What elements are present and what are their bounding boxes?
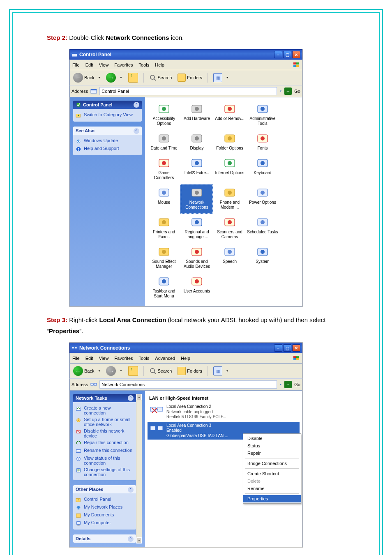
search-button[interactable]: Search	[148, 73, 174, 83]
control-panel-item[interactable]: Taskbar and Start Menu	[148, 273, 180, 303]
control-panel-item[interactable]: Phone and Modem ...	[213, 184, 246, 214]
control-panel-item[interactable]: Administrative Tools	[246, 101, 279, 130]
control-panel-item[interactable]: Scheduled Tasks	[246, 214, 279, 244]
up-folder-button[interactable]	[127, 71, 140, 84]
forward-button[interactable]: → ▼	[104, 71, 124, 84]
context-menu-item[interactable]: Repair	[243, 449, 301, 457]
back-button[interactable]: ← Back ▼	[71, 71, 102, 84]
menu-view[interactable]: View	[99, 62, 109, 67]
folders-button[interactable]: Folders	[176, 366, 204, 376]
menu-favorites[interactable]: Favorites	[114, 62, 133, 67]
control-panel-item[interactable]: Sounds and Audio Devices	[180, 244, 213, 273]
address-input[interactable]	[99, 380, 277, 389]
maximize-button[interactable]: ▢	[283, 344, 291, 352]
maximize-button[interactable]: ▢	[283, 51, 291, 58]
network-task-link[interactable]: Change settings of this connection	[76, 466, 134, 478]
menu-favorites[interactable]: Favorites	[114, 356, 133, 361]
other-place-link[interactable]: My Documents	[76, 511, 134, 519]
connection-item[interactable]: Local Area Connection 2 Network cable un…	[148, 403, 300, 421]
go-button-label[interactable]: Go	[294, 382, 300, 387]
go-button-icon[interactable]: →	[284, 381, 292, 388]
left-pane-scrollbar[interactable]: ▲ ▼	[136, 394, 142, 543]
context-menu-item[interactable]: Properties	[243, 495, 301, 502]
control-panel-item[interactable]: Keyboard	[246, 155, 279, 184]
control-panel-item[interactable]: Internet Options	[213, 155, 246, 184]
panel-head-control-panel[interactable]: Control Panel ⌃	[73, 101, 142, 109]
context-menu-item[interactable]: Rename	[243, 485, 301, 492]
control-panel-item[interactable]: Accessibility Options	[148, 101, 180, 130]
control-panel-item[interactable]: User Accounts	[180, 273, 213, 303]
collapse-icon[interactable]: ⌃	[134, 102, 139, 108]
menu-edit[interactable]: Edit	[85, 62, 93, 67]
control-panel-item[interactable]: Date and Time	[148, 130, 180, 155]
context-menu-item[interactable]: Create Shortcut	[243, 470, 301, 477]
network-task-link[interactable]: Disable this network device	[76, 428, 134, 439]
collapse-icon[interactable]: ⌃	[128, 487, 134, 493]
network-task-link[interactable]: Set up a home or small office network	[76, 416, 134, 428]
control-panel-item[interactable]: Add or Remov...	[213, 101, 246, 130]
network-task-link[interactable]: Create a new connection	[76, 405, 134, 416]
svg-rect-4	[293, 65, 296, 67]
close-button[interactable]: ✕	[292, 51, 300, 58]
control-panel-item[interactable]: Fonts	[246, 130, 279, 155]
menu-tools[interactable]: Tools	[139, 62, 150, 67]
control-panel-item[interactable]: Add Hardware	[180, 101, 213, 130]
go-button-icon[interactable]: →	[284, 88, 292, 95]
switch-category-view-link[interactable]: Switch to Category View	[76, 111, 139, 119]
minimize-button[interactable]: –	[274, 344, 282, 352]
control-panel-item[interactable]: Mouse	[148, 184, 180, 214]
control-panel-item[interactable]: Display	[180, 130, 213, 155]
panel-head-see-also[interactable]: See Also	[76, 128, 95, 133]
control-panel-item[interactable]: Regional and Language ...	[180, 214, 213, 244]
back-button[interactable]: ← Back ▼	[71, 365, 102, 377]
up-folder-button[interactable]	[127, 365, 140, 377]
panel-head-details[interactable]: Details	[76, 536, 90, 541]
menu-tools[interactable]: Tools	[139, 356, 150, 361]
control-panel-item[interactable]: System	[246, 244, 279, 273]
svg-rect-70	[293, 356, 296, 358]
collapse-icon[interactable]: ⌃	[134, 128, 139, 134]
other-place-link[interactable]: My Computer	[76, 519, 134, 527]
network-task-link[interactable]: Repair this connection	[76, 439, 134, 447]
go-button-label[interactable]: Go	[294, 89, 300, 94]
context-menu-item[interactable]: Disable	[243, 435, 301, 442]
minimize-button[interactable]: –	[274, 51, 282, 58]
network-task-link[interactable]: Rename this connection	[76, 447, 134, 455]
control-panel-item[interactable]: Speech	[213, 244, 246, 273]
windows-update-link[interactable]: Windows Update	[76, 137, 139, 145]
help-support-link[interactable]: ? Help and Support	[76, 145, 139, 153]
standard-toolbar: ← Back ▼ → ▼ Search Folders	[69, 70, 302, 85]
collapse-icon[interactable]: ⌃	[128, 395, 134, 401]
svg-point-26	[195, 136, 199, 140]
control-panel-item[interactable]: Intel® Extre...	[180, 155, 213, 184]
control-panel-item[interactable]: Network Connections	[180, 184, 213, 214]
close-button[interactable]: ✕	[292, 344, 300, 352]
menu-file[interactable]: File	[72, 62, 80, 67]
control-panel-item[interactable]: Printers and Faxes	[148, 214, 180, 244]
search-button[interactable]: Search	[148, 366, 174, 376]
control-panel-item[interactable]: Game Controllers	[148, 155, 180, 184]
network-task-link[interactable]: iView status of this connection	[76, 455, 134, 466]
folders-button[interactable]: Folders	[176, 72, 204, 83]
panel-head-other-places[interactable]: Other Places	[76, 487, 103, 492]
menu-help[interactable]: Help	[181, 356, 190, 361]
control-panel-item[interactable]: Folder Options	[213, 130, 246, 155]
context-menu-item[interactable]: Status	[243, 442, 301, 449]
menu-advanced[interactable]: Advanced	[155, 356, 175, 361]
menu-help[interactable]: Help	[155, 62, 164, 67]
control-panel-item[interactable]: Sound Effect Manager	[148, 244, 180, 273]
other-place-link[interactable]: My Network Places	[76, 504, 134, 511]
collapse-icon[interactable]: ⌃	[128, 536, 134, 542]
views-button[interactable]: ▦ ▼	[212, 72, 230, 83]
other-place-link[interactable]: Control Panel	[76, 496, 134, 504]
address-input[interactable]	[99, 87, 277, 95]
panel-head-network-tasks[interactable]: Network Tasks ⌃	[73, 394, 136, 402]
views-button[interactable]: ▦ ▼	[212, 365, 230, 377]
menu-view[interactable]: View	[99, 356, 109, 361]
control-panel-item[interactable]: Power Options	[246, 184, 279, 214]
control-panel-item[interactable]: Scanners and Cameras	[213, 214, 246, 244]
forward-button[interactable]: → ▼	[104, 365, 124, 377]
context-menu-item[interactable]: Bridge Connections	[243, 460, 301, 467]
menu-edit[interactable]: Edit	[85, 356, 93, 361]
menu-file[interactable]: File	[72, 356, 80, 361]
